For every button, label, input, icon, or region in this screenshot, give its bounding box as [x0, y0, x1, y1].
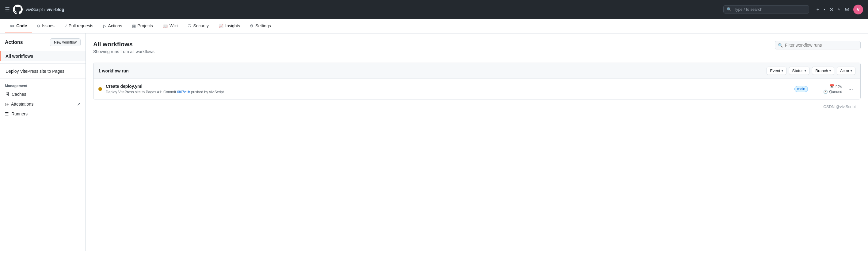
run-title[interactable]: Create deploy.yml [106, 84, 791, 89]
tab-security-label: Security [193, 23, 209, 28]
attestations-label: Attestations [11, 102, 33, 107]
settings-nav-icon: ⚙ [250, 24, 253, 28]
run-meta: Deploy VitePress site to Pages #1: Commi… [106, 90, 791, 94]
sidebar-management-label: Management [0, 81, 86, 89]
sidebar-item-runners[interactable]: ☰ Runners [0, 109, 86, 119]
avatar[interactable]: V [853, 5, 863, 15]
actor-filter-label: Actor [840, 68, 849, 73]
new-workflow-button[interactable]: New workflow [50, 38, 81, 46]
page-title: All workflows [93, 41, 154, 48]
pull-request-icon[interactable]: ⑂ [838, 7, 841, 12]
issues-icon[interactable]: ⊙ [829, 6, 833, 12]
tab-code-label: Code [16, 23, 27, 28]
runs-filters: Event ▾ Status ▾ Branch ▾ Actor ▾ [767, 66, 856, 75]
tab-insights[interactable]: 📈 Insights [214, 19, 245, 33]
tab-insights-label: Insights [225, 23, 240, 28]
run-branch-badge[interactable]: main [795, 86, 808, 92]
search-icon: 🔍 [727, 7, 732, 12]
insights-nav-icon: 📈 [219, 24, 223, 28]
actions-nav-icon: ▷ [103, 24, 106, 28]
run-info: Create deploy.yml Deploy VitePress site … [106, 84, 791, 94]
run-time: 📅 now 🕐 Queued [812, 84, 842, 94]
repo-name[interactable]: vivi-blog [46, 7, 64, 12]
tab-issues[interactable]: ⊙ Issues [32, 19, 59, 33]
projects-nav-icon: ▦ [132, 24, 136, 28]
runs-count: 1 workflow run [98, 68, 129, 74]
search-placeholder: Type / to search [734, 7, 763, 12]
run-status-dot [98, 87, 102, 91]
status-filter-dropdown[interactable]: Status ▾ [789, 66, 810, 75]
run-commit-link[interactable]: 6f07c1b [177, 90, 190, 94]
status-chevron-icon: ▾ [805, 69, 806, 73]
status-filter-label: Status [792, 68, 804, 73]
filter-workflow-runs-input[interactable] [775, 41, 861, 50]
tab-actions[interactable]: ▷ Actions [98, 19, 127, 33]
topbar: ☰ viviScript / vivi-blog 🔍 Type / to sea… [0, 0, 868, 19]
main-content: All workflows Showing runs from all work… [86, 33, 868, 251]
caches-icon: 🗄 [5, 92, 9, 97]
branch-filter-dropdown[interactable]: Branch ▾ [812, 66, 834, 75]
repo-breadcrumb: viviScript / vivi-blog [26, 7, 64, 12]
pull-requests-nav-icon: ⑂ [64, 24, 67, 28]
branch-filter-label: Branch [815, 68, 828, 73]
nav-tabs-bar: <> Code ⊙ Issues ⑂ Pull requests ▷ Actio… [0, 19, 868, 33]
tab-projects-label: Projects [137, 23, 153, 28]
event-chevron-icon: ▾ [781, 69, 783, 73]
runners-label: Runners [11, 111, 28, 116]
issues-nav-icon: ⊙ [37, 24, 40, 28]
tab-settings-label: Settings [255, 23, 271, 28]
tab-settings[interactable]: ⚙ Settings [245, 19, 276, 33]
tab-wiki-label: Wiki [169, 23, 178, 28]
runners-icon: ☰ [5, 111, 9, 116]
runs-header: 1 workflow run Event ▾ Status ▾ Branch ▾ [93, 63, 860, 79]
run-more-button[interactable]: ··· [846, 85, 856, 94]
event-filter-label: Event [770, 68, 780, 73]
actor-filter-dropdown[interactable]: Actor ▾ [837, 66, 856, 75]
table-row: Create deploy.yml Deploy VitePress site … [93, 79, 860, 99]
run-time-value: now [836, 84, 842, 88]
all-workflows-label: All workflows [5, 54, 33, 59]
sidebar-item-deploy-vitepress[interactable]: Deploy VitePress site to Pages [0, 66, 86, 76]
actor-chevron-icon: ▾ [850, 69, 852, 73]
runs-container: 1 workflow run Event ▾ Status ▾ Branch ▾ [93, 63, 861, 99]
security-nav-icon: 🛡 [188, 24, 192, 28]
tab-wiki[interactable]: 📖 Wiki [158, 19, 182, 33]
clock-icon: 🕐 [823, 90, 828, 94]
search-box[interactable]: 🔍 Type / to search [723, 5, 809, 13]
plus-icon[interactable]: + [816, 7, 819, 12]
sidebar-item-caches[interactable]: 🗄 Caches [0, 89, 86, 99]
run-meta-prefix: Deploy VitePress site to Pages #1: Commi… [106, 90, 176, 94]
sidebar-item-attestations[interactable]: ◎ Attestations ↗ [0, 99, 86, 109]
inbox-icon[interactable]: ✉ [845, 6, 849, 12]
github-logo[interactable] [13, 5, 23, 15]
sidebar-title: Actions [5, 39, 23, 45]
sidebar-management-section: Management 🗄 Caches ◎ Attestations ↗ [0, 81, 86, 119]
tab-security[interactable]: 🛡 Security [183, 19, 214, 33]
tab-pull-requests[interactable]: ⑂ Pull requests [59, 19, 98, 33]
branch-chevron-icon: ▾ [829, 69, 831, 73]
tab-actions-label: Actions [108, 23, 122, 28]
hamburger-icon[interactable]: ☰ [5, 6, 10, 13]
tab-pull-requests-label: Pull requests [69, 23, 93, 28]
tab-projects[interactable]: ▦ Projects [127, 19, 158, 33]
code-icon: <> [10, 24, 14, 28]
page-subtitle: Showing runs from all workflows [93, 49, 154, 54]
calendar-icon: 📅 [830, 84, 834, 88]
sidebar: Actions New workflow All workflows Deplo… [0, 33, 86, 251]
caches-label: Caches [12, 92, 26, 97]
wiki-nav-icon: 📖 [163, 24, 168, 28]
sidebar-item-all-workflows[interactable]: All workflows [0, 51, 86, 61]
watermark: CSDN @viviScript [93, 99, 861, 114]
path-separator: / [44, 7, 45, 12]
filter-search-icon: 🔍 [778, 43, 783, 48]
external-link-icon: ↗ [77, 102, 81, 107]
tab-code[interactable]: <> Code [5, 19, 32, 33]
event-filter-dropdown[interactable]: Event ▾ [767, 66, 786, 75]
tab-issues-label: Issues [42, 23, 54, 28]
run-meta-suffix: pushed by viviScript [191, 90, 224, 94]
org-name[interactable]: viviScript [26, 7, 43, 12]
plus-dropdown-icon[interactable]: ▾ [824, 8, 825, 11]
deploy-vitepress-label: Deploy VitePress site to Pages [5, 69, 64, 74]
run-commit-hash: 6f07c1b [177, 90, 190, 94]
run-status-value: Queued [829, 90, 842, 94]
